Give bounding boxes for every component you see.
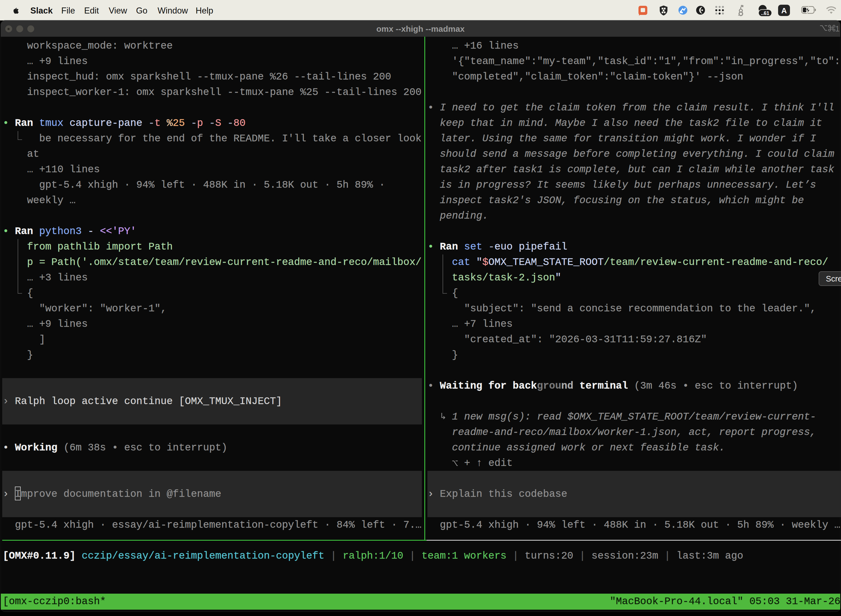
svg-text:..61: ..61 <box>761 10 769 16</box>
